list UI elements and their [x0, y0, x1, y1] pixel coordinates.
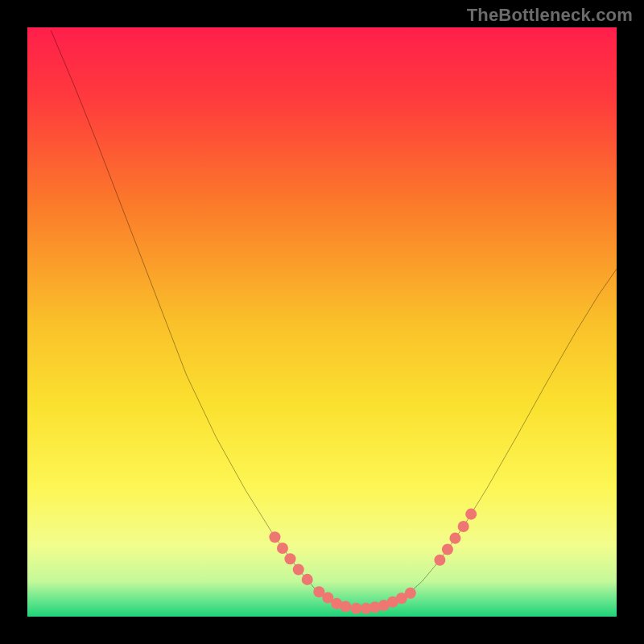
data-marker — [350, 603, 361, 614]
data-marker — [465, 509, 477, 520]
data-marker — [434, 555, 445, 566]
chart-frame: TheBottleneck.com — [0, 0, 644, 644]
data-marker — [302, 574, 313, 585]
data-marker — [405, 588, 416, 599]
data-marker — [340, 601, 351, 613]
data-marker — [449, 533, 460, 544]
data-marker — [269, 531, 280, 543]
watermark-text: TheBottleneck.com — [467, 5, 633, 26]
data-marker — [284, 553, 295, 564]
data-marker — [458, 521, 469, 532]
data-marker — [293, 564, 304, 575]
data-marker — [277, 543, 288, 554]
gradient-background — [27, 27, 617, 617]
chart-plot — [27, 27, 617, 617]
data-marker — [442, 544, 453, 555]
